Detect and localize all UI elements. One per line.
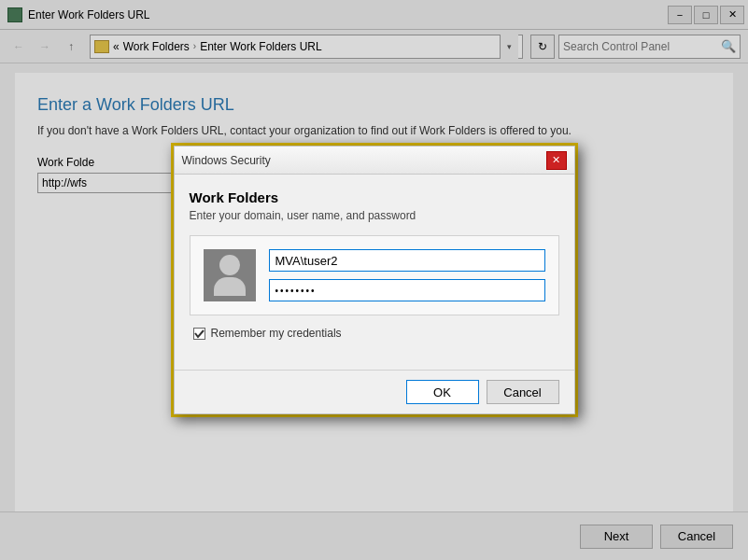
- avatar-body: [214, 277, 246, 296]
- windows-security-dialog: Windows Security ✕ Work Folders Enter yo…: [174, 146, 575, 414]
- modal-ok-button[interactable]: OK: [406, 380, 479, 404]
- modal-section-subtitle: Enter your domain, user name, and passwo…: [190, 209, 559, 222]
- modal-overlay: Windows Security ✕ Work Folders Enter yo…: [0, 0, 748, 560]
- modal-footer: OK Cancel: [175, 370, 574, 413]
- avatar-icon: [211, 255, 248, 296]
- password-input[interactable]: [269, 279, 545, 301]
- checkmark-icon: [194, 329, 205, 339]
- modal-close-button[interactable]: ✕: [546, 151, 567, 170]
- credentials-fields: [269, 249, 545, 301]
- credentials-box: [190, 235, 559, 315]
- username-input[interactable]: [269, 249, 545, 272]
- remember-label: Remember my credentials: [211, 327, 342, 340]
- modal-cancel-button[interactable]: Cancel: [487, 380, 559, 404]
- remember-row: Remember my credentials: [190, 327, 559, 340]
- modal-title: Windows Security: [182, 154, 271, 167]
- remember-checkbox[interactable]: [193, 328, 205, 340]
- avatar-head: [219, 255, 240, 275]
- modal-title-bar: Windows Security ✕: [175, 147, 574, 175]
- modal-wrapper: Windows Security ✕ Work Folders Enter yo…: [171, 143, 578, 417]
- modal-body: Work Folders Enter your domain, user nam…: [175, 175, 574, 370]
- modal-section-title: Work Folders: [190, 189, 559, 205]
- user-avatar: [204, 249, 256, 301]
